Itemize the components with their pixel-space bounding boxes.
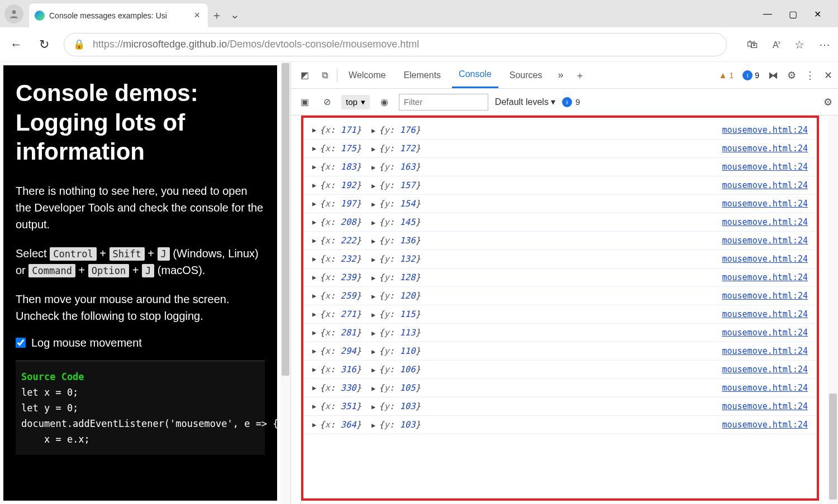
console-log-row[interactable]: ▶{x: 239}▶{y: 128}mousemove.html:24 (303, 268, 817, 287)
warnings-badge[interactable]: ▲1 (719, 70, 734, 80)
clear-console-icon[interactable]: ⊘ (319, 97, 335, 107)
expand-icon[interactable]: ▶ (372, 385, 375, 392)
shopping-icon[interactable]: 🛍 (747, 38, 758, 51)
expand-icon[interactable]: ▶ (312, 366, 316, 373)
tab-close-icon[interactable]: × (192, 9, 202, 21)
expand-icon[interactable]: ▶ (372, 237, 375, 245)
console-log-row[interactable]: ▶{x: 281}▶{y: 113}mousemove.html:24 (303, 324, 817, 342)
more-options-icon[interactable]: ⋮ (805, 69, 815, 81)
source-link[interactable]: mousemove.html:24 (722, 272, 808, 282)
source-link[interactable]: mousemove.html:24 (722, 236, 808, 246)
profile-avatar[interactable] (4, 4, 23, 23)
source-link[interactable]: mousemove.html:24 (722, 383, 808, 393)
console-log-row[interactable]: ▶{x: 175}▶{y: 172}mousemove.html:24 (303, 140, 817, 158)
expand-icon[interactable]: ▶ (312, 347, 316, 355)
console-log-row[interactable]: ▶{x: 271}▶{y: 115}mousemove.html:24 (303, 305, 817, 324)
issues-badge[interactable]: i 9 (562, 97, 580, 107)
source-link[interactable]: mousemove.html:24 (722, 346, 808, 356)
console-settings-icon[interactable]: ⚙ (823, 96, 832, 108)
expand-icon[interactable]: ▶ (312, 218, 316, 226)
device-toolbar-icon[interactable]: ⧉ (317, 70, 332, 80)
console-log-row[interactable]: ▶{x: 232}▶{y: 132}mousemove.html:24 (303, 250, 817, 268)
source-link[interactable]: mousemove.html:24 (722, 254, 808, 264)
expand-icon[interactable]: ▶ (312, 273, 316, 281)
expand-icon[interactable]: ▶ (312, 329, 316, 337)
new-tab-button[interactable]: ＋ (208, 8, 226, 23)
inspect-element-icon[interactable]: ◩ (297, 70, 312, 80)
log-level-selector[interactable]: Default levels ▾ (495, 97, 555, 107)
tab-console[interactable]: Console (452, 62, 498, 88)
browser-tab[interactable]: Console messages examples: Usi × (29, 3, 208, 27)
expand-icon[interactable]: ▶ (312, 126, 316, 134)
console-log-row[interactable]: ▶{x: 183}▶{y: 163}mousemove.html:24 (303, 158, 817, 176)
expand-icon[interactable]: ▶ (372, 311, 375, 319)
expand-icon[interactable]: ▶ (372, 182, 375, 190)
expand-icon[interactable]: ▶ (312, 145, 316, 152)
expand-icon[interactable]: ▶ (312, 384, 316, 392)
expand-icon[interactable]: ▶ (372, 292, 375, 300)
page-scrollbar[interactable] (280, 62, 291, 504)
expand-icon[interactable]: ▶ (372, 366, 375, 374)
tab-welcome[interactable]: Welcome (342, 62, 392, 88)
close-window-button[interactable]: ✕ (814, 9, 821, 20)
refresh-button[interactable]: ↻ (36, 37, 53, 52)
expand-icon[interactable]: ▶ (372, 348, 375, 356)
expand-icon[interactable]: ▶ (312, 255, 316, 263)
console-log-row[interactable]: ▶{x: 192}▶{y: 157}mousemove.html:24 (303, 176, 817, 195)
source-link[interactable]: mousemove.html:24 (722, 125, 808, 135)
expand-icon[interactable]: ▶ (312, 163, 316, 171)
expand-icon[interactable]: ▶ (312, 237, 316, 244)
tab-elements[interactable]: Elements (397, 62, 447, 88)
page-scrollbar-thumb[interactable] (282, 63, 289, 376)
read-aloud-icon[interactable]: A› (773, 38, 780, 50)
expand-icon[interactable]: ▶ (372, 145, 375, 153)
tabs-overflow-icon[interactable]: » (554, 69, 568, 81)
source-link[interactable]: mousemove.html:24 (722, 143, 808, 153)
console-log-row[interactable]: ▶{x: 208}▶{y: 145}mousemove.html:24 (303, 213, 817, 232)
source-link[interactable]: mousemove.html:24 (722, 162, 808, 172)
tabs-overflow-caret-icon[interactable]: ⌄ (226, 8, 244, 21)
favorite-icon[interactable]: ☆ (794, 38, 804, 51)
expand-icon[interactable]: ▶ (312, 310, 316, 318)
toggle-sidebar-icon[interactable]: ▣ (297, 97, 312, 107)
expand-icon[interactable]: ▶ (372, 274, 375, 282)
expand-icon[interactable]: ▶ (312, 292, 316, 300)
console-log-row[interactable]: ▶{x: 222}▶{y: 136}mousemove.html:24 (303, 232, 817, 250)
console-log-row[interactable]: ▶{x: 197}▶{y: 154}mousemove.html:24 (303, 195, 817, 213)
back-button[interactable]: ← (8, 37, 25, 52)
source-link[interactable]: mousemove.html:24 (722, 401, 808, 411)
live-expression-icon[interactable]: ◉ (377, 97, 392, 107)
settings-icon[interactable]: ⚙ (787, 69, 796, 81)
source-link[interactable]: mousemove.html:24 (722, 291, 808, 301)
console-scrollbar[interactable] (828, 116, 838, 504)
source-link[interactable]: mousemove.html:24 (722, 180, 808, 190)
close-devtools-icon[interactable]: ✕ (824, 69, 832, 81)
filter-input[interactable] (399, 94, 488, 111)
expand-icon[interactable]: ▶ (372, 329, 375, 337)
console-log-row[interactable]: ▶{x: 364}▶{y: 103}mousemove.html:24 (303, 416, 817, 434)
console-log-row[interactable]: ▶{x: 316}▶{y: 106}mousemove.html:24 (303, 361, 817, 379)
expand-icon[interactable]: ▶ (372, 403, 375, 411)
source-link[interactable]: mousemove.html:24 (722, 217, 808, 227)
expand-icon[interactable]: ▶ (372, 256, 375, 263)
info-badge[interactable]: i9 (742, 70, 759, 80)
maximize-button[interactable]: ▢ (789, 9, 797, 20)
source-link[interactable]: mousemove.html:24 (722, 199, 808, 209)
expand-icon[interactable]: ▶ (372, 421, 375, 429)
source-link[interactable]: mousemove.html:24 (722, 309, 808, 319)
expand-icon[interactable]: ▶ (312, 181, 316, 189)
source-link[interactable]: mousemove.html:24 (722, 420, 808, 430)
address-bar[interactable]: 🔒 https://microsoftedge.github.io/Demos/… (64, 33, 727, 56)
tab-sources[interactable]: Sources (503, 62, 549, 88)
console-log-row[interactable]: ▶{x: 351}▶{y: 103}mousemove.html:24 (303, 397, 817, 416)
source-link[interactable]: mousemove.html:24 (722, 328, 808, 338)
expand-icon[interactable]: ▶ (312, 200, 316, 208)
log-mousemove-checkbox[interactable] (16, 338, 26, 348)
context-selector[interactable]: top ▾ (341, 95, 370, 109)
console-log-row[interactable]: ▶{x: 259}▶{y: 120}mousemove.html:24 (303, 287, 817, 305)
expand-icon[interactable]: ▶ (372, 127, 375, 135)
expand-icon[interactable]: ▶ (372, 164, 375, 171)
new-tab-icon[interactable]: ＋ (573, 69, 587, 82)
expand-icon[interactable]: ▶ (372, 200, 375, 208)
expand-icon[interactable]: ▶ (312, 402, 316, 410)
